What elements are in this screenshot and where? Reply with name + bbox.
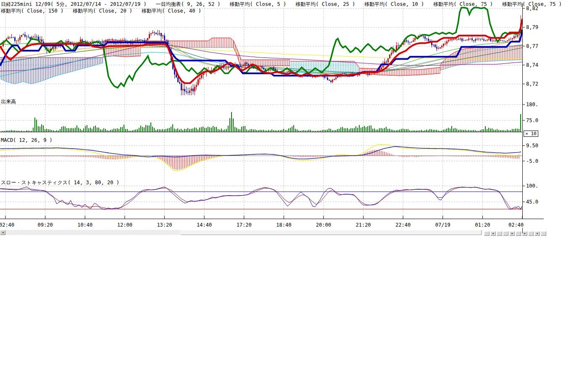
scrollbar-left-arrow-icon[interactable]: ◄ — [0, 230, 5, 235]
volume-multiplier-label: × 10 — [525, 131, 537, 136]
svg-text:01:20: 01:20 — [475, 222, 490, 228]
svg-text:180.: 180. — [526, 102, 538, 107]
svg-text:02:40: 02:40 — [508, 222, 524, 228]
chart-application-window: 日経225mini 12/09( 5分, 2012/07/14 - 2012/0… — [0, 0, 574, 392]
axis-line-tail — [522, 228, 523, 233]
horizontal-scrollbar[interactable]: ◄ — [0, 230, 482, 235]
svg-text:8,79: 8,79 — [526, 24, 538, 30]
svg-text:09:20: 09:20 — [38, 222, 53, 228]
toolbar-button-2[interactable]: ▪ — [490, 231, 496, 236]
svg-text:14:40: 14:40 — [197, 222, 212, 228]
svg-text:12:00: 12:00 — [117, 222, 132, 228]
svg-text:100.: 100. — [526, 183, 538, 189]
svg-text:20:00: 20:00 — [316, 222, 331, 228]
svg-text:8,77: 8,77 — [526, 43, 538, 49]
svg-text:18:40: 18:40 — [276, 222, 291, 228]
toolbar-button-9[interactable]: ▪ — [535, 231, 540, 236]
toolbar-button-4[interactable] — [503, 231, 508, 236]
volume-multiplier-box: × 10 — [524, 131, 538, 137]
svg-text:8,74: 8,74 — [526, 62, 538, 68]
toolbar-button-5[interactable]: ▪ — [509, 231, 515, 236]
volume-bars-layer — [1, 112, 521, 132]
toolbar-button-3[interactable] — [497, 231, 502, 236]
axes-layer: 8,828,798,778,748,72180.75.09.50-5.0100.… — [0, 3, 544, 228]
svg-text:17:20: 17:20 — [237, 222, 252, 228]
svg-text:02:40: 02:40 — [0, 222, 14, 228]
svg-text:13:20: 13:20 — [157, 222, 172, 228]
svg-text:07/19: 07/19 — [435, 222, 450, 228]
macd-panel-label: MACD( 12, 26, 9 ) — [1, 137, 53, 143]
stochastics-layer — [0, 187, 522, 209]
svg-text:8,72: 8,72 — [526, 81, 538, 87]
svg-text:-5.0: -5.0 — [526, 158, 538, 164]
svg-text:75.0: 75.0 — [526, 118, 538, 123]
svg-text:8,82: 8,82 — [526, 5, 538, 11]
svg-text:45.0: 45.0 — [526, 199, 538, 205]
stochastics-panel-label: スロー・ストキャスティクス( 14, 3, 80, 20 ) — [1, 179, 119, 186]
volume-panel-label: 出来高 — [1, 98, 16, 105]
toolbar-button-6[interactable] — [516, 231, 521, 236]
toolbar-button-10[interactable] — [541, 231, 546, 236]
chart-canvas[interactable]: 8,828,798,778,748,72180.75.09.50-5.0100.… — [0, 0, 574, 239]
svg-text:10:40: 10:40 — [77, 222, 92, 228]
toolbar-button-1[interactable] — [484, 231, 490, 236]
svg-text:22:40: 22:40 — [395, 222, 411, 228]
macd-layer — [0, 144, 522, 171]
svg-text:21:20: 21:20 — [355, 222, 371, 228]
thick-moving-average-layer — [0, 8, 522, 88]
chart-toolbar-buttons: ▪▪▪▪ — [484, 231, 547, 236]
svg-text:9.50: 9.50 — [526, 143, 538, 149]
toolbar-button-8[interactable] — [528, 231, 534, 236]
scrollbar-thumb[interactable] — [181, 230, 482, 235]
